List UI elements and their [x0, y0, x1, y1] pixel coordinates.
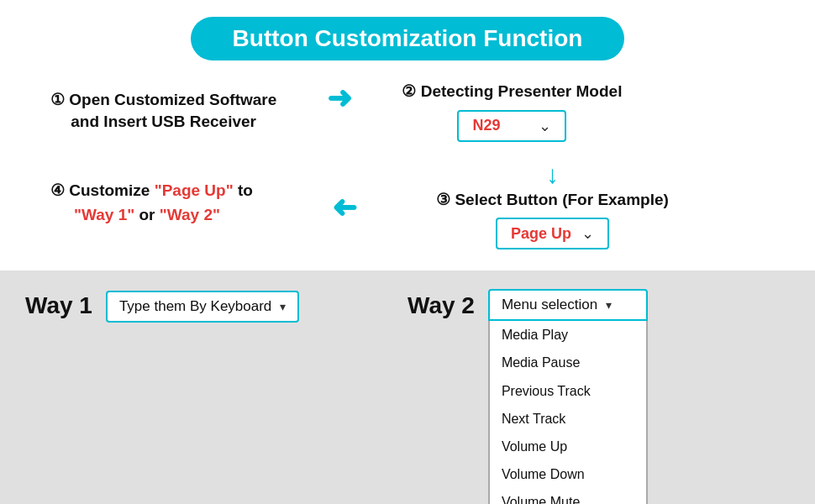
way2-dropdown-arrow: ▾: [606, 298, 612, 312]
way1-dropdown-label: Type them By Keyboard: [119, 298, 271, 315]
way1-block: Way 1 Type them By Keyboard ▾: [25, 289, 408, 323]
menu-item[interactable]: Volume Down: [490, 460, 646, 488]
way2-title: Way 2: [408, 292, 475, 319]
way2-dropdown-label: Menu selection: [502, 297, 597, 313]
step-1-label: ① Open Customized Software and Insert US…: [50, 89, 276, 134]
way1-title: Way 1: [25, 292, 92, 319]
step-3-block: ③ Select Button (For Example) Page Up ⌄: [436, 189, 669, 250]
step-4-label: ④ Customize "Page Up" to "Way 1" or "Way…: [50, 179, 253, 227]
menu-item[interactable]: Media Play: [490, 321, 646, 349]
arrow-step3-to-step4: ➜: [332, 190, 357, 225]
arrow-step2-to-step3: ↓: [546, 160, 559, 189]
menu-item[interactable]: Media Pause: [490, 349, 646, 376]
step-1-number: ①: [50, 91, 65, 108]
menu-item[interactable]: Next Track: [490, 405, 646, 433]
way2-block: Way 2 Menu selection ▾ Media PlayMedia P…: [408, 289, 790, 504]
way2-dropdown[interactable]: Menu selection ▾: [488, 289, 648, 321]
way1-dropdown[interactable]: Type them By Keyboard ▾: [106, 291, 299, 323]
top-section: Button Customization Function ① Open Cus…: [0, 0, 815, 270]
steps-row-1: ① Open Customized Software and Insert US…: [25, 81, 790, 142]
menu-item[interactable]: Previous Track: [490, 377, 646, 405]
way1-dropdown-arrow: ▾: [280, 300, 286, 313]
step-4-block: ④ Customize "Page Up" to "Way 1" or "Way…: [50, 179, 253, 227]
bottom-section: Way 1 Type them By Keyboard ▾ Way 2 Menu…: [0, 270, 815, 504]
step-4-key: "Page Up": [155, 181, 234, 199]
step-2-label: ② Detecting Presenter Model: [402, 81, 622, 103]
title-bar: Button Customization Function: [25, 17, 790, 60]
way2-menu-list: Media PlayMedia PausePrevious TrackNext …: [488, 321, 648, 504]
model-dropdown-arrow: ⌄: [539, 117, 551, 135]
button-dropdown[interactable]: Page Up ⌄: [496, 218, 609, 249]
model-dropdown[interactable]: N29 ⌄: [457, 110, 566, 142]
menu-item[interactable]: Volume Mute: [490, 488, 646, 504]
button-dropdown-arrow: ⌄: [581, 224, 594, 243]
steps-row-2: ④ Customize "Page Up" to "Way 1" or "Way…: [25, 157, 790, 250]
step-1-block: ① Open Customized Software and Insert US…: [50, 89, 276, 134]
step-2-block: ② Detecting Presenter Model N29 ⌄: [402, 81, 622, 142]
button-dropdown-value: Page Up: [511, 225, 571, 243]
arrow-step1-to-step2: ➜: [327, 81, 352, 116]
step-3-container: ↓ ③ Select Button (For Example) Page Up …: [436, 157, 669, 250]
step-3-label: ③ Select Button (For Example): [436, 189, 669, 212]
way2-dropdown-container: Menu selection ▾ Media PlayMedia PausePr…: [488, 289, 648, 504]
menu-item[interactable]: Volume Up: [490, 433, 646, 460]
model-dropdown-value: N29: [472, 117, 500, 134]
step-1-text: Open Customized Software and Insert USB …: [69, 91, 276, 131]
page-title: Button Customization Function: [191, 17, 625, 60]
